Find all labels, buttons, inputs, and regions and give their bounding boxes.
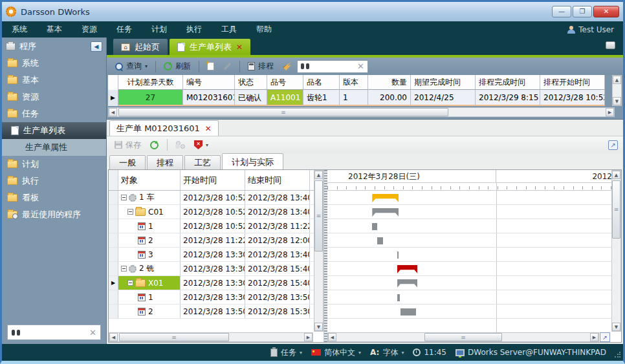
col-start-time[interactable]: 开始时间 xyxy=(181,170,245,190)
new-button[interactable] xyxy=(204,61,217,72)
gantt-bar[interactable] xyxy=(397,294,400,301)
gantt-bar[interactable] xyxy=(377,237,383,244)
gantt-bar[interactable] xyxy=(372,208,399,217)
refresh-detail-button[interactable] xyxy=(148,140,161,151)
col-plan-diff-days[interactable]: 计划差异天数 xyxy=(118,75,183,90)
scrollbar-thumb[interactable] xyxy=(118,108,448,116)
grid-data-row[interactable]: ▶ 27 M012031601 已确认 A11001 齿轮1 1 200.00 … xyxy=(108,90,615,106)
menu-system[interactable]: 系统 xyxy=(2,21,37,37)
schedule-button[interactable]: 排程 xyxy=(245,59,277,73)
sidebar-item-basic[interactable]: 基本 xyxy=(2,72,106,89)
scrollbar-thumb[interactable] xyxy=(424,333,502,341)
grid-v-scrollbar[interactable]: ▲ ▼ xyxy=(612,75,622,106)
gantt-h-scrollbar[interactable]: ◀ ▶ xyxy=(327,332,599,342)
tree-row[interactable]: 2 2012/3/28 13:50 2012/3/28 15:30 xyxy=(109,305,323,319)
gantt-bar[interactable] xyxy=(397,252,399,259)
scrollbar-thumb[interactable] xyxy=(119,333,229,341)
scroll-down-arrow[interactable]: ▼ xyxy=(612,323,620,331)
tab-process[interactable]: 工艺 xyxy=(184,155,221,169)
detail-v-scrollbar[interactable]: ▲ ▼ xyxy=(611,170,621,332)
menu-plan[interactable]: 计划 xyxy=(142,21,177,37)
menu-execute[interactable]: 执行 xyxy=(177,21,212,37)
sidebar-item-kanban[interactable]: 看板 xyxy=(2,189,106,206)
sidebar-item-production-order-props[interactable]: 生产单属性 xyxy=(2,139,106,156)
gantt-bar[interactable] xyxy=(372,223,377,230)
scroll-right-arrow[interactable]: ▶ xyxy=(304,333,312,341)
gantt-bar[interactable] xyxy=(372,194,399,202)
status-language-selector[interactable]: 简体中文 ▾ xyxy=(311,347,361,358)
tree-row[interactable]: 1 车 2012/3/28 10:52 2012/3/28 13:40 xyxy=(109,191,323,205)
grid-h-scrollbar[interactable]: ◀ ▶ xyxy=(108,107,615,117)
scroll-up-arrow[interactable]: ▲ xyxy=(613,76,621,84)
tree-row[interactable]: 2 铣 2012/3/28 13:30 2012/3/28 15:40 xyxy=(109,262,323,276)
tab-general[interactable]: 一般 xyxy=(109,155,146,169)
scroll-right-arrow[interactable]: ▶ xyxy=(606,108,614,116)
gantt-popout-button[interactable]: ↗ xyxy=(600,332,610,342)
toolbar-search-input[interactable] xyxy=(312,62,354,71)
close-tab-icon[interactable]: ✕ xyxy=(236,43,243,52)
gantt-bar[interactable] xyxy=(397,265,418,273)
menu-resource[interactable]: 资源 xyxy=(72,21,107,37)
resize-grip[interactable] xyxy=(614,352,620,358)
status-task-selector[interactable]: 任务 ▾ xyxy=(270,347,302,358)
tree-v-scrollbar[interactable]: ▲ ▼ xyxy=(314,170,323,332)
tree-row-selected[interactable]: ▶ X01 2012/3/28 13:30 2012/3/28 15:40 xyxy=(109,276,323,290)
minimize-button[interactable]: — xyxy=(552,6,571,17)
scrollbar-thumb[interactable] xyxy=(612,180,620,239)
sidebar-item-execute[interactable]: 执行 xyxy=(2,173,106,189)
tab-schedule[interactable]: 排程 xyxy=(147,155,183,169)
tree-row[interactable]: 1 2012/3/28 13:30 2012/3/28 13:50 xyxy=(109,290,323,305)
tree-expander[interactable] xyxy=(127,209,133,215)
scroll-up-arrow[interactable]: ▲ xyxy=(314,171,323,179)
edit-button[interactable] xyxy=(220,64,235,69)
menu-help[interactable]: 帮助 xyxy=(247,21,281,37)
menu-basic[interactable]: 基本 xyxy=(37,21,72,37)
col-item-name[interactable]: 品名 xyxy=(303,75,340,90)
scroll-down-arrow[interactable]: ▼ xyxy=(613,97,621,105)
close-button[interactable]: ✕ xyxy=(593,6,619,17)
scroll-left-arrow[interactable]: ◀ xyxy=(328,333,336,341)
col-status[interactable]: 状态 xyxy=(235,75,267,90)
gantt-bar[interactable] xyxy=(400,308,416,316)
tree-row[interactable]: C01 2012/3/28 10:52 2012/3/28 13:40 xyxy=(109,205,323,219)
refresh-button[interactable]: 刷新 xyxy=(160,59,194,73)
sidebar-item-recent-programs[interactable]: 最近使用的程序 xyxy=(2,206,106,223)
tree-row[interactable]: 3 2012/3/28 13:30 2012/3/28 13:40 xyxy=(109,248,323,262)
gantt-bar[interactable] xyxy=(397,279,418,288)
scroll-down-arrow[interactable]: ▼ xyxy=(314,323,323,331)
col-version[interactable]: 版本 xyxy=(340,75,368,90)
col-code[interactable]: 编号 xyxy=(183,75,235,90)
query-button[interactable]: 查询 ▾ xyxy=(112,59,151,73)
popout-icon[interactable]: ↗ xyxy=(608,140,618,150)
clear-search-icon[interactable]: ✕ xyxy=(89,328,96,337)
flow-button[interactable] xyxy=(173,140,188,150)
sidebar-item-resource[interactable]: 资源 xyxy=(2,89,106,105)
scroll-left-arrow[interactable]: ◀ xyxy=(109,108,117,116)
sidebar-item-system[interactable]: 系统 xyxy=(2,55,106,72)
collapse-sidebar-button[interactable]: ◀ xyxy=(91,41,102,52)
sidebar-search-input[interactable] xyxy=(24,328,85,337)
scrollbar-thumb[interactable] xyxy=(314,180,323,252)
sidebar-item-production-order-list[interactable]: 生产单列表 xyxy=(2,122,106,139)
status-font-selector[interactable]: A: 字体 ▾ xyxy=(370,347,404,358)
clear-search-icon[interactable]: ✕ xyxy=(357,61,364,71)
col-item-no[interactable]: 品号 xyxy=(267,75,303,90)
scroll-right-arrow[interactable]: ▶ xyxy=(590,333,598,341)
sidebar-item-task[interactable]: 任务 xyxy=(2,105,106,122)
tab-start-page[interactable]: ⌂ 起始页 xyxy=(113,39,168,55)
tab-production-order-list[interactable]: 生产单列表 ✕ xyxy=(170,39,250,55)
scroll-left-arrow[interactable]: ◀ xyxy=(109,333,118,341)
tree-h-scrollbar[interactable]: ◀ ▶ xyxy=(109,332,313,342)
menu-task[interactable]: 任务 xyxy=(107,21,142,37)
detail-tab[interactable]: 生产单 M012031601 ✕ xyxy=(109,120,219,136)
clean-button[interactable] xyxy=(280,61,294,72)
tree-expander[interactable] xyxy=(121,266,127,272)
tree-expander[interactable] xyxy=(127,280,133,286)
col-qty[interactable]: 数量 xyxy=(368,75,411,90)
save-button[interactable]: 保存 xyxy=(112,138,144,152)
sidebar-item-plan[interactable]: 计划 xyxy=(2,156,106,173)
scroll-up-arrow[interactable]: ▲ xyxy=(612,171,620,179)
current-user[interactable]: Test User xyxy=(567,25,614,34)
col-sched-start[interactable]: 排程开始时间 xyxy=(540,75,605,90)
tree-row[interactable]: 2 2012/3/28 11:22 2012/3/28 12:00 xyxy=(109,233,323,248)
